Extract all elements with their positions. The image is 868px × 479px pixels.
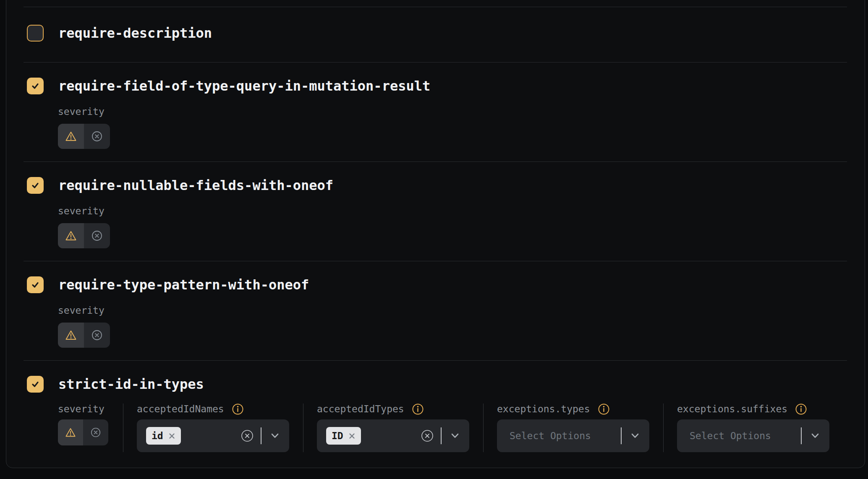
field-label: acceptedIdNames [137, 404, 224, 414]
severity-label: severity [58, 206, 848, 216]
selected-tag: id [146, 427, 181, 445]
clear-selection-button[interactable] [241, 430, 254, 442]
warning-icon [65, 230, 77, 241]
warning-icon [65, 427, 76, 437]
acceptedIdNames-multiselect[interactable]: id [137, 419, 289, 452]
rule-require-field-of-type-query-in-mutation-result: require-field-of-type-query-in-mutation-… [6, 62, 865, 161]
column-divider [663, 404, 664, 452]
severity-toggle [58, 223, 110, 248]
rule-checkbox[interactable] [27, 25, 44, 42]
rule-head: require-description [27, 25, 848, 42]
remove-tag-icon[interactable] [168, 432, 175, 440]
rule-require-type-pattern-with-oneof: require-type-pattern-with-oneof severity [6, 261, 865, 360]
severity-off-button[interactable] [83, 419, 108, 445]
field-label: exceptions.suffixes [677, 404, 787, 414]
rule-checkbox[interactable] [27, 177, 44, 194]
checkmark-icon [30, 81, 40, 91]
rule-head: strict-id-in-types [27, 376, 848, 393]
info-icon[interactable] [232, 403, 244, 415]
rule-name: require-field-of-type-query-in-mutation-… [58, 78, 430, 94]
rule-head: require-field-of-type-query-in-mutation-… [27, 78, 848, 94]
select-divider [261, 427, 261, 444]
rule-head: require-type-pattern-with-oneof [27, 276, 848, 293]
clear-icon [241, 430, 254, 442]
rule-head: require-nullable-fields-with-oneof [27, 177, 848, 194]
clear-icon [421, 430, 434, 442]
column-divider [123, 404, 123, 452]
severity-warn-button[interactable] [58, 124, 84, 149]
acceptedIdTypes-multiselect[interactable]: ID [317, 419, 469, 452]
select-divider [801, 427, 802, 444]
field-acceptedIdTypes: acceptedIdTypes ID [317, 404, 469, 452]
rule-options: severity [58, 404, 848, 452]
info-icon[interactable] [795, 403, 807, 415]
column-divider [303, 404, 303, 452]
field-label: acceptedIdTypes [317, 404, 404, 414]
rule-options: severity [58, 206, 848, 248]
checkmark-icon [30, 379, 40, 389]
rule-checkbox[interactable] [27, 376, 44, 393]
severity-off-button[interactable] [84, 223, 110, 248]
exceptions-types-multiselect[interactable]: Select Options [497, 419, 649, 452]
rule-name: require-type-pattern-with-oneof [58, 276, 309, 293]
clear-selection-button[interactable] [421, 430, 434, 442]
rule-checkbox[interactable] [27, 78, 44, 94]
rule-name: require-nullable-fields-with-oneof [58, 177, 333, 194]
x-circle-icon [91, 329, 103, 341]
info-icon[interactable] [412, 403, 424, 415]
select-placeholder: Select Options [510, 430, 591, 441]
checkmark-icon [30, 180, 40, 190]
x-circle-icon [91, 230, 103, 242]
select-placeholder: Select Options [690, 430, 771, 441]
rule-name: strict-id-in-types [58, 376, 204, 393]
rule-name: require-description [58, 25, 212, 42]
rules-panel: require-description require-field-of-typ… [6, 0, 865, 468]
tag-value: id [152, 430, 163, 441]
rule-checkbox[interactable] [27, 276, 44, 293]
severity-label: severity [58, 106, 848, 117]
field-exceptions-types: exceptions.types Select Options [497, 404, 649, 452]
rule-require-nullable-fields-with-oneof: require-nullable-fields-with-oneof sever… [6, 162, 865, 261]
field-severity: severity [58, 404, 108, 452]
checkmark-icon [30, 280, 40, 290]
exceptions-suffixes-multiselect[interactable]: Select Options [677, 419, 829, 452]
select-divider [621, 427, 622, 444]
severity-toggle [58, 124, 110, 149]
warning-icon [65, 131, 77, 142]
severity-off-button[interactable] [84, 323, 110, 348]
tag-value: ID [332, 430, 343, 441]
chevron-down-icon[interactable] [810, 433, 820, 439]
chevron-down-icon[interactable] [450, 433, 460, 439]
rule-options: severity [58, 305, 848, 348]
x-circle-icon [90, 427, 101, 438]
severity-warn-button[interactable] [58, 323, 84, 348]
severity-label: severity [58, 305, 848, 316]
chevron-down-icon[interactable] [630, 433, 640, 439]
select-divider [441, 427, 442, 444]
chevron-down-icon[interactable] [270, 433, 280, 439]
field-acceptedIdNames: acceptedIdNames id [137, 404, 289, 452]
field-label: exceptions.types [497, 404, 590, 414]
severity-toggle [58, 419, 108, 445]
severity-warn-button[interactable] [58, 223, 84, 248]
selected-tag: ID [326, 427, 361, 445]
rule-strict-id-in-types: strict-id-in-types severity [6, 361, 865, 475]
rule-require-description: require-description [6, 7, 865, 62]
severity-label: severity [58, 404, 105, 414]
info-icon[interactable] [598, 403, 610, 415]
x-circle-icon [91, 130, 103, 142]
rule-options: severity [58, 106, 848, 149]
field-exceptions-suffixes: exceptions.suffixes Select Options [677, 404, 829, 452]
column-divider [483, 404, 484, 452]
remove-tag-icon[interactable] [348, 432, 356, 440]
warning-icon [65, 330, 77, 341]
severity-warn-button[interactable] [58, 419, 83, 445]
severity-off-button[interactable] [84, 124, 110, 149]
severity-toggle [58, 323, 110, 348]
